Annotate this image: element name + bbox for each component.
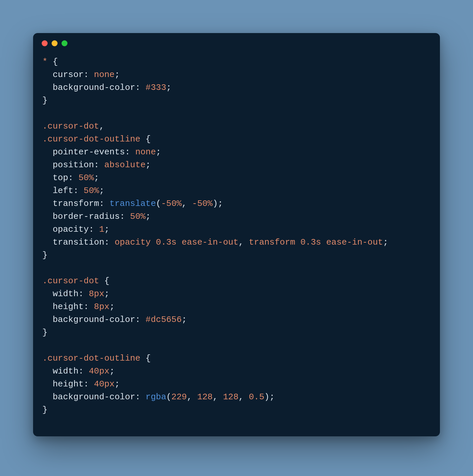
property: background-color — [53, 83, 135, 93]
zoom-icon[interactable] — [62, 40, 67, 46]
property: height — [53, 379, 84, 389]
brace: { — [48, 57, 58, 67]
code-block: * { cursor: none; background-color: #333… — [33, 49, 440, 416]
selector: .cursor-dot-outline — [42, 134, 140, 144]
minimize-icon[interactable] — [52, 40, 58, 46]
titlebar — [33, 33, 440, 49]
property: top — [53, 173, 68, 183]
semi: ; — [218, 199, 223, 209]
value: 40px — [89, 366, 109, 376]
property: height — [53, 302, 84, 312]
value: 50% — [84, 186, 99, 196]
arg: 128 — [197, 392, 213, 402]
brace: } — [42, 250, 48, 260]
value: ease-in-out — [326, 237, 383, 247]
colon: : — [125, 147, 135, 157]
code-line: .cursor-dot { — [42, 276, 109, 286]
semi: ; — [104, 289, 109, 299]
arg: -50% — [161, 199, 182, 209]
code-line: background-color: #333; — [42, 83, 171, 93]
colon: : — [89, 224, 99, 234]
value: opacity — [114, 237, 150, 247]
brace: } — [42, 96, 48, 105]
value: absolute — [104, 160, 146, 170]
semi: ; — [104, 224, 109, 234]
code-line: } — [42, 96, 48, 105]
property: transition — [53, 237, 104, 247]
func: translate — [109, 199, 156, 209]
comma: , — [238, 237, 249, 247]
code-line: .cursor-dot, — [42, 121, 104, 131]
semi: ; — [146, 160, 151, 170]
code-window: * { cursor: none; background-color: #333… — [33, 33, 440, 436]
code-line: } — [42, 328, 48, 337]
code-line: } — [42, 250, 48, 260]
brace: { — [140, 353, 150, 363]
semi: ; — [146, 212, 151, 221]
colon: : — [135, 83, 146, 93]
arg: 128 — [223, 392, 238, 402]
semi: ; — [383, 237, 388, 247]
code-line: background-color: rgba(229, 128, 128, 0.… — [42, 392, 275, 402]
code-line: width: 8px; — [42, 289, 109, 299]
close-icon[interactable] — [42, 40, 48, 46]
paren: ( — [156, 199, 161, 209]
code-line: position: absolute; — [42, 160, 151, 170]
code-line: * { — [42, 57, 58, 67]
colon: : — [104, 237, 114, 247]
selector: .cursor-dot-outline — [42, 353, 140, 363]
selector: .cursor-dot — [42, 276, 99, 286]
semi: ; — [109, 366, 115, 376]
colon: : — [73, 186, 84, 196]
stage: * { cursor: none; background-color: #333… — [0, 0, 473, 476]
semi: ; — [166, 83, 172, 93]
semi: ; — [109, 302, 115, 312]
code-line: cursor: none; — [42, 70, 120, 80]
property: transform — [53, 199, 99, 209]
colon: : — [68, 173, 78, 183]
value: none — [135, 147, 156, 157]
comma: , — [182, 199, 192, 209]
colon: : — [84, 70, 94, 80]
code-line: opacity: 1; — [42, 224, 109, 234]
colon: : — [78, 289, 89, 299]
brace: { — [140, 134, 150, 144]
property: opacity — [53, 224, 89, 234]
brace: { — [99, 276, 109, 286]
code-line: .cursor-dot-outline { — [42, 353, 151, 363]
code-line: .cursor-dot-outline { — [42, 134, 151, 144]
value: transform — [249, 237, 295, 247]
code-line: pointer-events: none; — [42, 147, 161, 157]
property: position — [53, 160, 94, 170]
colon: : — [135, 392, 146, 402]
value: 8px — [89, 289, 104, 299]
semi: ; — [270, 392, 275, 402]
semi: ; — [94, 173, 99, 183]
semi: ; — [114, 379, 120, 389]
comma: , — [238, 392, 249, 402]
value: ease-in-out — [182, 237, 238, 247]
colon: : — [99, 199, 109, 209]
selector: * — [42, 57, 48, 67]
brace: } — [42, 405, 48, 415]
value: #333 — [146, 83, 166, 93]
value: #dc5656 — [146, 315, 182, 325]
colon: : — [84, 302, 94, 312]
value: 1 — [99, 224, 105, 234]
value: 0.3s — [156, 237, 176, 247]
code-line: } — [42, 405, 48, 415]
colon: : — [84, 379, 94, 389]
semi: ; — [182, 315, 187, 325]
brace: } — [42, 328, 48, 337]
comma: , — [99, 121, 105, 131]
semi: ; — [156, 147, 161, 157]
code-line: width: 40px; — [42, 366, 114, 376]
semi: ; — [99, 186, 105, 196]
property: width — [53, 366, 78, 376]
colon: : — [94, 160, 104, 170]
property: border-radius — [53, 212, 120, 221]
code-line: background-color: #dc5656; — [42, 315, 187, 325]
property: pointer-events — [53, 147, 125, 157]
arg: 229 — [171, 392, 187, 402]
value: 40px — [94, 379, 114, 389]
